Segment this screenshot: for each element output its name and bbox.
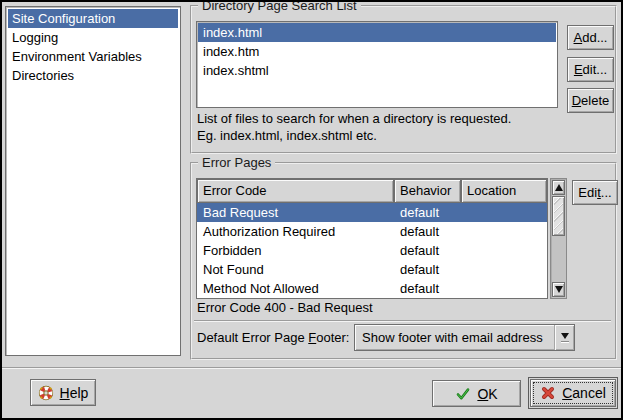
edit-error-label-post: ... <box>601 185 612 200</box>
cell-error-code: Authorization Required <box>197 222 394 241</box>
ok-post: K <box>488 386 497 402</box>
vertical-scrollbar[interactable] <box>550 178 567 299</box>
cell-behavior: default <box>394 279 461 298</box>
default-error-page-footer-label: Default Error Page Footer: <box>197 325 349 351</box>
description-line-2: Eg. index.html, index.shtml etc. <box>197 127 377 144</box>
column-header-location[interactable]: Location <box>461 179 547 203</box>
cell-behavior: default <box>394 222 461 241</box>
chevron-down-icon <box>554 325 574 350</box>
delete-button[interactable]: Delete <box>567 88 614 113</box>
cancel-button-label: Cancel <box>562 385 606 401</box>
directory-page-search-list-frame: Directory Page Search List index.html in… <box>190 5 617 154</box>
green-check-icon <box>455 386 471 402</box>
delete-button-accel: D <box>572 93 581 108</box>
add-button[interactable]: Add... <box>567 25 614 50</box>
list-item[interactable]: index.shtml <box>198 61 556 80</box>
help-button-label: Help <box>60 385 89 401</box>
footer-label-pre: Default Error Page <box>197 330 308 345</box>
footer-dropdown-value: Show footer with email address <box>355 330 554 345</box>
ok-accel: O <box>477 386 488 402</box>
search-file-list: index.html index.htm index.shtml <box>196 21 558 108</box>
frame-title: Directory Page Search List <box>198 0 361 13</box>
cancel-button-default-ring: Cancel <box>528 377 618 409</box>
error-pages-frame: Error Pages Error Code Behavior Location… <box>190 162 617 360</box>
list-item[interactable]: index.html <box>198 23 556 42</box>
table-row[interactable]: Forbidden default <box>197 241 547 260</box>
ok-button[interactable]: OK <box>432 380 521 407</box>
down-arrow-icon <box>555 286 563 293</box>
arrow-bar <box>561 341 569 343</box>
table-row[interactable]: Bad Request default <box>197 203 547 222</box>
table-row[interactable]: Authorization Required default <box>197 222 547 241</box>
cell-behavior: default <box>394 260 461 279</box>
column-header-error-code[interactable]: Error Code <box>197 179 394 203</box>
cell-behavior: default <box>394 241 461 260</box>
cancel-accel: C <box>562 385 572 401</box>
cancel-button[interactable]: Cancel <box>530 379 616 407</box>
scroll-down-button[interactable] <box>552 282 565 297</box>
table-header: Error Code Behavior Location <box>197 179 547 203</box>
cell-location <box>461 222 547 241</box>
up-arrow-icon <box>555 184 563 191</box>
scrollbar-thumb[interactable] <box>552 196 565 236</box>
error-code-status: Error Code 400 - Bad Request <box>197 300 373 315</box>
add-button-accel: A <box>574 30 583 45</box>
edit-button-label: dit... <box>583 62 608 77</box>
table-row[interactable]: Not Found default <box>197 260 547 279</box>
down-arrow-icon <box>561 333 569 339</box>
scroll-up-button[interactable] <box>552 180 565 195</box>
cell-location <box>461 260 547 279</box>
list-item[interactable]: index.htm <box>198 42 556 61</box>
life-ring-icon <box>38 385 54 401</box>
edit-error-label-pre: Edi <box>578 185 597 200</box>
column-header-behavior[interactable]: Behavior <box>394 179 461 203</box>
error-pages-table: Error Code Behavior Location Bad Request… <box>196 178 548 299</box>
red-x-icon <box>540 385 556 401</box>
edit-button[interactable]: Edit... <box>567 57 614 82</box>
sidebar-item-logging[interactable]: Logging <box>8 28 178 47</box>
cell-error-code: Not Found <box>197 260 394 279</box>
sidebar-item-site-configuration[interactable]: Site Configuration <box>8 9 178 28</box>
footer-label-post: ooter: <box>316 330 349 345</box>
cell-behavior: default <box>394 203 461 222</box>
cell-error-code: Bad Request <box>197 203 394 222</box>
separator <box>194 320 611 322</box>
httpd-config-dialog: Site Configuration Logging Environment V… <box>0 0 623 420</box>
table-row[interactable]: Method Not Allowed default <box>197 279 547 298</box>
delete-button-label: elete <box>581 93 609 108</box>
cell-location <box>461 241 547 260</box>
description-line-1: List of files to search for when a direc… <box>197 110 511 127</box>
cell-error-code: Forbidden <box>197 241 394 260</box>
edit-error-page-button[interactable]: Edit... <box>572 180 618 205</box>
category-list: Site Configuration Logging Environment V… <box>5 6 181 356</box>
frame-title: Error Pages <box>198 155 275 170</box>
help-button[interactable]: Help <box>30 379 96 406</box>
ok-button-label: OK <box>477 386 497 402</box>
cell-error-code: Method Not Allowed <box>197 279 394 298</box>
cell-location <box>461 279 547 298</box>
help-post: elp <box>70 385 89 401</box>
edit-button-accel: E <box>574 62 583 77</box>
cancel-post: ancel <box>572 385 605 401</box>
footer-dropdown[interactable]: Show footer with email address <box>354 324 575 351</box>
help-accel: H <box>60 385 70 401</box>
separator <box>2 367 621 369</box>
sidebar-item-directories[interactable]: Directories <box>8 66 178 85</box>
cell-location <box>461 203 547 222</box>
sidebar-item-environment-variables[interactable]: Environment Variables <box>8 47 178 66</box>
add-button-label: dd... <box>582 30 607 45</box>
